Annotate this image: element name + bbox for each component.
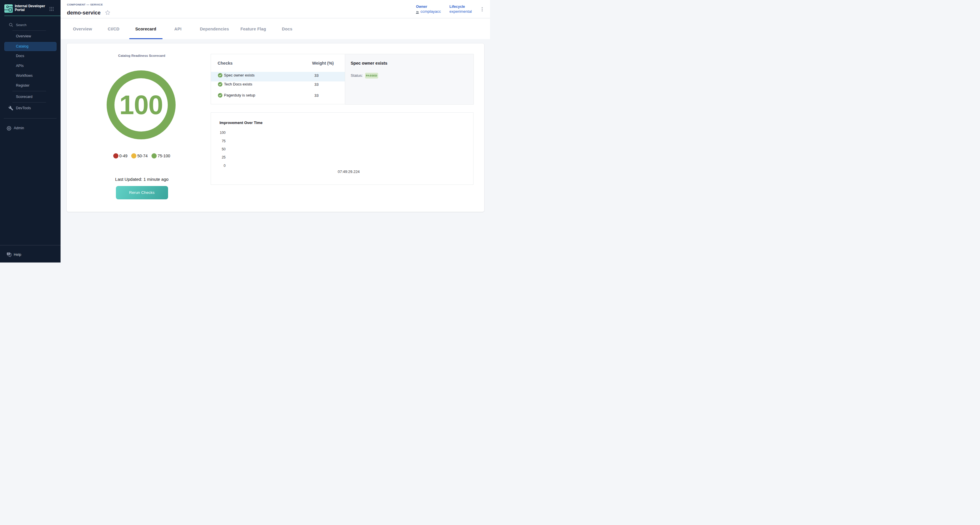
svg-text:?: ? [8,253,9,255]
